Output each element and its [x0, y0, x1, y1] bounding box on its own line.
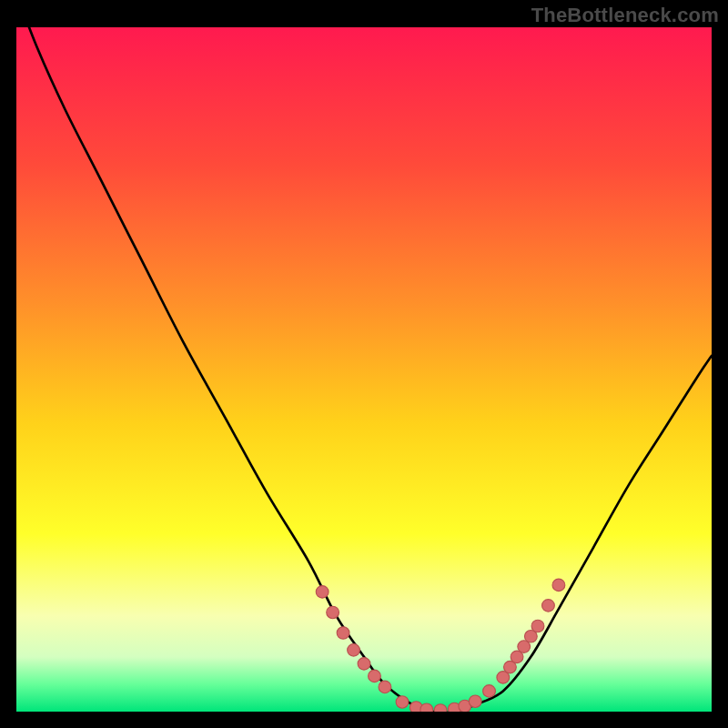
bottleneck-plot — [16, 27, 712, 712]
data-dot — [327, 606, 339, 619]
data-dot — [369, 670, 381, 682]
data-dot — [316, 586, 329, 599]
data-dot — [434, 704, 447, 712]
watermark-text: TheBottleneck.com — [531, 4, 719, 27]
data-dot — [542, 600, 555, 612]
data-dot — [420, 703, 433, 712]
data-dot — [379, 681, 391, 693]
data-dot — [552, 579, 565, 592]
data-dot — [337, 627, 349, 640]
data-dot — [483, 685, 496, 698]
gradient-background — [16, 27, 712, 712]
data-dot — [358, 658, 370, 671]
chart-frame: TheBottleneck.com — [0, 0, 728, 728]
data-dot — [396, 696, 409, 709]
plot-svg — [16, 27, 712, 712]
data-dot — [531, 620, 544, 632]
data-dot — [348, 644, 360, 657]
data-dot — [469, 695, 481, 708]
